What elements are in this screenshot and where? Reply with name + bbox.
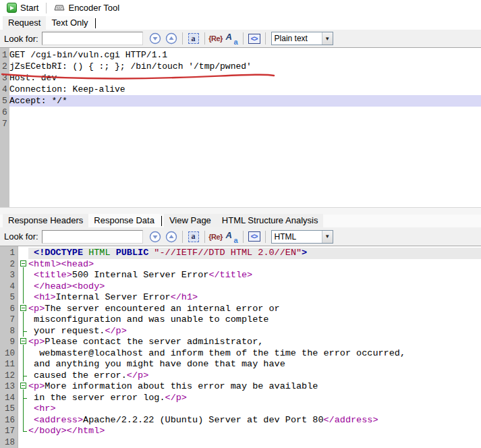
request-tab-bar: RequestText Only	[0, 16, 481, 30]
code-line: 17</body></html>	[0, 426, 481, 437]
dropdown-arrow-icon: ▼	[322, 32, 333, 45]
circle-up-arrow-icon	[165, 231, 177, 243]
fold-collapse-icon[interactable]	[18, 304, 28, 315]
highlight-all-button[interactable]: a	[186, 31, 202, 46]
line-number: 16	[0, 415, 18, 426]
code-line: 3Host: dev	[0, 72, 481, 84]
circle-down-arrow-icon	[149, 32, 161, 45]
regex-button[interactable]: {Re}	[208, 31, 224, 46]
fold-gutter	[18, 415, 28, 426]
searchbar-separator	[182, 32, 183, 45]
match-case-icon: Aa	[226, 33, 238, 44]
line-number: 15	[0, 403, 18, 415]
fold-gutter	[18, 281, 28, 293]
code-line: 2jZsECetbRI: () { :; }; /bin/touch '/tmp…	[0, 61, 481, 72]
tab-response-data[interactable]: Response Data	[88, 214, 160, 227]
line-text	[9, 107, 481, 118]
dropdown-arrow-icon: ▼	[322, 231, 333, 243]
fold-gutter	[18, 359, 28, 370]
line-text: Connection: Keep-alive	[9, 84, 481, 95]
fold-gutter	[18, 314, 28, 326]
code-line: 4Connection: Keep-alive	[0, 84, 481, 95]
find-prev-button[interactable]	[163, 229, 179, 244]
encoder-tool-label: Encoder Tool	[68, 3, 119, 13]
searchbar-separator	[243, 231, 244, 243]
fold-collapse-icon[interactable]	[18, 381, 28, 393]
code-line: 6<p>The server encountered an internal e…	[0, 304, 481, 315]
match-case-button[interactable]: Aa	[224, 31, 240, 46]
line-text: </body></html>	[28, 426, 481, 437]
start-arrow-icon	[7, 3, 17, 13]
fold-collapse-icon[interactable]	[18, 337, 28, 348]
code-line: 2<html><head>	[0, 259, 481, 271]
line-number: 5	[0, 292, 18, 304]
request-search-bar: Look for: a {Re} Aa <>	[0, 30, 481, 48]
line-text: jZsECetbRI: () { :; }; /bin/touch '/tmp/…	[9, 61, 481, 72]
line-number: 10	[0, 348, 18, 360]
search-input[interactable]	[42, 230, 143, 244]
search-mode-dropdown[interactable]: Plain text ▼	[271, 32, 333, 45]
fold-gutter	[18, 437, 28, 448]
circle-down-arrow-icon	[149, 231, 161, 243]
match-case-icon: Aa	[226, 231, 238, 242]
line-text: <p>Please contact the server administrat…	[28, 337, 481, 348]
tab-html-structure-analysis[interactable]: HTML Structure Analysis	[217, 214, 324, 227]
fold-gutter	[18, 403, 28, 415]
find-next-button[interactable]	[147, 31, 163, 46]
search-mode-dropdown[interactable]: HTML ▼	[271, 230, 333, 244]
line-text: </head><body>	[28, 281, 481, 293]
encoder-keyboard-icon	[54, 3, 65, 13]
code-line: 14 in the server error log.</p>	[0, 393, 481, 404]
line-number: 2	[0, 61, 9, 72]
search-input[interactable]	[42, 32, 143, 45]
code-line: 3 <title>500 Internal Server Error</titl…	[0, 270, 481, 281]
text-caret	[95, 18, 96, 28]
fold-collapse-icon[interactable]	[18, 259, 28, 271]
fold-gutter	[18, 393, 28, 404]
regex-button[interactable]: {Re}	[208, 229, 224, 244]
encoder-tool-button[interactable]: Encoder Tool	[50, 1, 123, 14]
tab-view-page[interactable]: View Page	[164, 214, 217, 227]
request-editor[interactable]: 1GET /cgi-bin/vuln.cgi HTTP/1.12jZsECetb…	[0, 48, 481, 208]
line-text: Accept: */*	[9, 95, 481, 107]
line-text: <p>The server encountered an internal er…	[28, 304, 481, 315]
code-line: 16 <address>Apache/2.2.22 (Ubuntu) Serve…	[0, 415, 481, 426]
line-number: 3	[0, 270, 18, 281]
line-text: misconfiguration and was unable to compl…	[28, 314, 481, 326]
searchbar-separator	[265, 231, 266, 243]
regex-icon: {Re}	[208, 34, 223, 43]
line-text: <!DOCTYPE HTML PUBLIC "-//IETF//DTD HTML…	[28, 248, 481, 259]
fold-gutter	[18, 248, 28, 259]
tab-response-headers[interactable]: Response Headers	[3, 214, 88, 227]
code-line: 15 <hr>	[0, 403, 481, 415]
searchbar-separator	[265, 32, 266, 45]
angle-brackets-icon: <>	[248, 231, 260, 242]
angle-brackets-icon: <>	[248, 34, 260, 44]
code-line: 1 <!DOCTYPE HTML PUBLIC "-//IETF//DTD HT…	[0, 248, 481, 259]
tags-button[interactable]: <>	[246, 31, 262, 46]
start-button[interactable]: Start	[3, 1, 43, 14]
fold-gutter	[18, 426, 28, 437]
highlight-a-icon: a	[188, 33, 199, 44]
line-text: GET /cgi-bin/vuln.cgi HTTP/1.1	[9, 49, 481, 61]
main-toolbar: Start Encoder Tool	[0, 0, 481, 16]
line-text	[28, 437, 481, 448]
search-mode-value: HTML	[272, 232, 322, 242]
highlight-all-button[interactable]: a	[186, 229, 202, 244]
find-next-button[interactable]	[147, 229, 163, 244]
match-case-button[interactable]: Aa	[224, 229, 240, 244]
line-number: 2	[0, 259, 18, 271]
line-text: webmaster@localhost and inform them of t…	[28, 348, 481, 360]
fold-gutter	[18, 348, 28, 360]
find-prev-button[interactable]	[163, 31, 179, 46]
fold-gutter	[18, 270, 28, 281]
line-number: 4	[0, 84, 9, 95]
line-number: 8	[0, 326, 18, 337]
tags-button[interactable]: <>	[246, 229, 262, 244]
response-editor[interactable]: 1 <!DOCTYPE HTML PUBLIC "-//IETF//DTD HT…	[0, 246, 481, 448]
searchbar-separator	[182, 231, 183, 243]
line-number: 7	[0, 118, 9, 130]
line-number: 1	[0, 248, 18, 259]
tab-request[interactable]: Request	[3, 16, 46, 30]
tab-text-only[interactable]: Text Only	[46, 16, 93, 30]
